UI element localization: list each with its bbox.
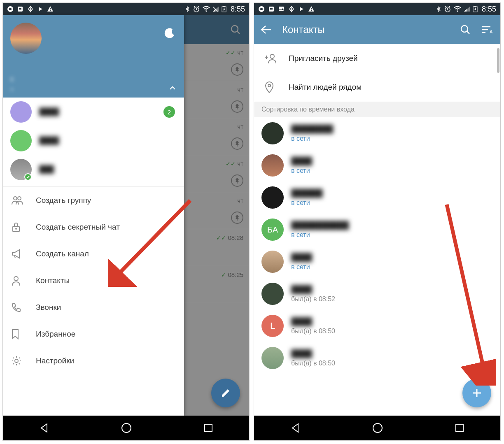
contact-avatar xyxy=(261,347,284,369)
menu-label: Избранное xyxy=(36,330,75,339)
svg-rect-47 xyxy=(456,424,463,432)
svg-rect-4 xyxy=(19,9,21,10)
svg-rect-25 xyxy=(270,8,273,9)
nav-back[interactable] xyxy=(39,423,49,433)
contact-name: ████ xyxy=(291,349,335,358)
back-button[interactable] xyxy=(261,25,271,34)
svg-text:A: A xyxy=(490,29,493,34)
invite-friends-row[interactable]: Пригласить друзей xyxy=(254,44,500,73)
sort-button[interactable]: A xyxy=(481,25,494,34)
menu-saved[interactable]: Избранное xyxy=(3,321,184,347)
contact-status: в сети xyxy=(291,231,349,239)
svg-rect-26 xyxy=(270,9,273,10)
bluetooth-icon xyxy=(436,6,441,12)
svg-point-16 xyxy=(15,228,17,230)
menu-settings[interactable]: Настройки xyxy=(3,347,184,374)
bluetooth-icon xyxy=(184,6,190,12)
status-icon xyxy=(268,6,275,12)
night-mode-toggle[interactable] xyxy=(164,28,176,39)
svg-rect-27 xyxy=(279,7,284,11)
contact-name: ██████ xyxy=(291,189,323,198)
add-contact-fab[interactable] xyxy=(462,379,491,407)
drawer-menu: Создать группу Создать секретный чат Соз… xyxy=(3,186,184,374)
menu-label: Создать канал xyxy=(36,249,89,258)
svg-point-18 xyxy=(15,359,18,363)
user-avatar[interactable] xyxy=(10,23,42,54)
account-name: ████ xyxy=(39,108,59,116)
nav-bar xyxy=(254,416,500,440)
alarm-icon xyxy=(193,5,200,13)
status-icon xyxy=(7,6,14,12)
nav-recent[interactable] xyxy=(455,423,464,433)
menu-create-group[interactable]: Создать группу xyxy=(3,187,184,214)
section-header: Сортировка по времени входа xyxy=(254,102,500,117)
svg-rect-5 xyxy=(50,8,51,9)
account-item[interactable]: ███ xyxy=(3,155,184,184)
warning-icon xyxy=(308,5,315,13)
nav-back[interactable] xyxy=(290,423,301,433)
contact-row[interactable]: ████в сети xyxy=(254,149,500,181)
status-time: 8:55 xyxy=(231,5,245,14)
contact-row[interactable]: ████был(а) в 08:52 xyxy=(254,278,500,310)
megaphone-icon xyxy=(11,249,36,259)
group-icon xyxy=(11,195,36,205)
svg-rect-6 xyxy=(50,10,51,11)
svg-point-14 xyxy=(18,197,21,200)
status-bar: 8:55 xyxy=(3,3,249,15)
drawer-header: с + xyxy=(3,15,184,98)
svg-point-28 xyxy=(280,9,281,10)
online-indicator xyxy=(24,173,32,181)
person-icon xyxy=(11,275,36,286)
contact-avatar: L xyxy=(261,315,284,337)
contact-name: ████ xyxy=(291,317,335,326)
contact-row[interactable]: ████был(а) в 08:50 xyxy=(254,342,500,374)
phone-right: 8:55 Контакты A Пригласить друзей Найти … xyxy=(254,2,501,441)
nearby-row[interactable]: Найти людей рядом xyxy=(254,73,500,102)
nav-home[interactable] xyxy=(121,423,132,433)
phone-left: 8:55 ✓✓чт чт чт ✓✓чт чт ✓✓08:28 ✓08:25 с… xyxy=(2,2,250,441)
svg-point-41 xyxy=(270,54,274,58)
wifi-icon xyxy=(454,6,461,12)
scrollbar[interactable] xyxy=(497,48,499,73)
pencil-icon xyxy=(220,388,231,398)
svg-point-46 xyxy=(373,423,382,432)
signal-icon xyxy=(212,6,219,12)
contact-row[interactable]: БА ███████████в сети xyxy=(254,214,500,246)
svg-rect-24 xyxy=(269,7,274,12)
svg-point-13 xyxy=(14,197,17,200)
contact-row[interactable]: ██████в сети xyxy=(254,181,500,214)
menu-contacts[interactable]: Контакты xyxy=(3,267,184,294)
nav-recent[interactable] xyxy=(203,423,213,433)
menu-create-channel[interactable]: Создать канал xyxy=(3,240,184,267)
drawer-dim[interactable] xyxy=(184,15,249,416)
svg-point-42 xyxy=(268,84,271,87)
bookmark-icon xyxy=(11,329,36,339)
menu-label: Создать секретный чат xyxy=(36,223,120,232)
account-avatar xyxy=(10,101,32,123)
nav-bar xyxy=(3,416,249,440)
contact-status: был(а) в 08:50 xyxy=(291,360,335,367)
user-name: с xyxy=(10,75,14,83)
menu-secret-chat[interactable]: Создать секретный чат xyxy=(3,214,184,240)
search-button[interactable] xyxy=(460,24,471,35)
svg-point-1 xyxy=(9,8,12,10)
nav-home[interactable] xyxy=(372,423,383,433)
contact-row[interactable]: ████████в сети xyxy=(254,117,500,149)
contact-row[interactable]: ████в сети xyxy=(254,246,500,278)
contact-status: в сети xyxy=(291,199,323,207)
contacts-body: Пригласить друзей Найти людей рядом Сорт… xyxy=(254,44,500,416)
menu-calls[interactable]: Звонки xyxy=(3,294,184,321)
warning-icon xyxy=(47,5,54,13)
expand-accounts-toggle[interactable] xyxy=(169,86,176,90)
account-item[interactable]: ████ 2 xyxy=(3,98,184,126)
status-bar: 8:55 xyxy=(254,3,500,15)
svg-point-23 xyxy=(260,8,263,10)
status-time: 8:55 xyxy=(482,5,496,14)
contact-row[interactable]: L ████был(а) в 08:50 xyxy=(254,310,500,342)
contact-name: ████████ xyxy=(291,125,333,133)
compose-fab[interactable] xyxy=(211,379,240,407)
status-icon xyxy=(17,6,23,12)
svg-rect-2 xyxy=(18,7,23,12)
account-item[interactable]: ████ xyxy=(3,126,184,155)
contact-name: ████ xyxy=(291,157,312,165)
